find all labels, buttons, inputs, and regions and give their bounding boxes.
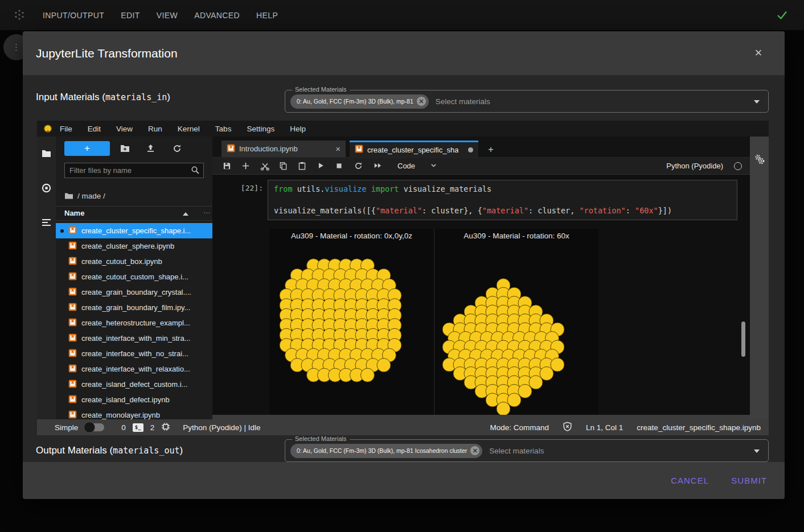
jupyter-menu-item[interactable]: Help <box>290 125 306 133</box>
appbar-menu-item[interactable]: ADVANCED <box>194 11 240 20</box>
notebook-tab[interactable]: create_cluster_specific_sha <box>350 141 478 157</box>
file-row[interactable]: create_grain_boundary_crystal.... <box>56 284 212 300</box>
jupyter-menu-item[interactable]: Settings <box>247 125 274 133</box>
appbar-menu-item[interactable]: INPUT/OUTPUT <box>43 11 104 20</box>
notebook-file-icon <box>68 226 77 236</box>
trust-shield-icon <box>563 422 572 434</box>
close-icon[interactable]: × <box>752 46 765 60</box>
cell-type-dropdown[interactable]: Code <box>397 162 437 171</box>
upload-icon[interactable] <box>146 144 155 155</box>
copy-icon[interactable] <box>279 162 288 171</box>
right-sidebar-strip <box>750 137 769 419</box>
notebook-file-icon <box>355 145 363 155</box>
appbar-menu-item[interactable]: HELP <box>256 11 278 20</box>
file-list-header[interactable]: Name ⋯ <box>56 206 212 221</box>
file-row[interactable]: create_cutout_box.ipynb <box>56 254 212 269</box>
stop-icon[interactable] <box>335 162 344 171</box>
file-name: create_heterostructure_exampl... <box>81 319 190 327</box>
new-folder-icon[interactable] <box>120 144 130 155</box>
refresh-icon[interactable] <box>173 144 182 155</box>
simple-mode-label: Simple <box>55 423 78 432</box>
input-materials-select[interactable]: Selected Materials 0: Au, Gold, FCC (Fm-… <box>285 90 769 113</box>
cut-icon[interactable] <box>260 162 269 171</box>
material-chip[interactable]: 0: Au, Gold, FCC (Fm-3m) 3D (Bulk), mp-8… <box>290 94 429 109</box>
notebook-tab[interactable]: Introduction.ipynb× <box>221 141 346 157</box>
kernels-count: 2 <box>150 423 155 432</box>
appbar-menu-item[interactable]: VIEW <box>157 11 178 20</box>
file-row[interactable]: create_interface_with_min_stra... <box>56 331 212 346</box>
paste-icon[interactable] <box>298 162 307 171</box>
table-of-contents-tab-icon[interactable] <box>42 218 51 229</box>
jupyter-menu-item[interactable]: View <box>116 125 133 133</box>
chip-remove-icon[interactable]: ✕ <box>470 446 479 455</box>
code-editor[interactable]: from utils.visualize import visualize_ma… <box>268 180 737 220</box>
output-materials-select[interactable]: Selected Materials 0: Au, Gold, FCC (Fm-… <box>285 439 769 462</box>
name-column-header[interactable]: Name <box>64 209 84 217</box>
appbar-menu-item[interactable]: EDIT <box>121 11 140 20</box>
code-token: import <box>371 184 399 193</box>
material-chip[interactable]: 0: Au, Gold, FCC (Fm-3m) 3D (Bulk), mp-8… <box>290 444 482 458</box>
field-label: Selected Materials <box>292 86 350 93</box>
file-filter-input[interactable] <box>69 163 186 178</box>
check-icon[interactable] <box>776 9 789 22</box>
dialog-header: JupyterLite Transformation × <box>23 31 785 75</box>
file-row[interactable]: create_island_defect.ipynb <box>56 392 212 407</box>
kernel-status-icon[interactable] <box>734 162 742 170</box>
simple-mode-toggle[interactable] <box>85 423 104 431</box>
cancel-button[interactable]: CANCEL <box>671 462 709 499</box>
code-token: "rotation" <box>579 206 625 215</box>
code-token: "60x" <box>635 206 658 215</box>
property-inspector-gears-icon[interactable] <box>754 154 765 167</box>
jupyterlite-panel: FileEditViewRunKernelTabsSettingsHelp + <box>37 121 769 435</box>
file-row[interactable]: create_monolayer.ipynb <box>56 407 212 419</box>
notebook-file-icon <box>68 380 77 390</box>
notebook-file-icon <box>68 395 77 405</box>
file-row[interactable]: create_cluster_sphere.ipynb <box>56 238 212 254</box>
code-token: visualize_materials <box>399 184 492 193</box>
atom-cluster-plot <box>434 229 599 415</box>
vertical-scrollbar-thumb[interactable] <box>741 321 745 357</box>
notebook-file-icon <box>68 349 77 359</box>
file-list: create_cluster_specific_shape.i...create… <box>56 223 212 419</box>
tab-bar: Introduction.ipynb×create_cluster_specif… <box>212 141 750 158</box>
toggle-knob <box>84 422 95 433</box>
tab-close-icon[interactable]: × <box>335 144 341 154</box>
insert-icon[interactable] <box>241 162 251 171</box>
jupyter-menu-item[interactable]: Run <box>148 125 162 133</box>
new-launcher-button[interactable]: + <box>64 141 110 156</box>
file-row[interactable]: create_interface_with_no_strai... <box>56 346 212 361</box>
horizontal-scrollbar[interactable] <box>212 415 750 419</box>
jupyter-menu-item[interactable]: Tabs <box>215 125 232 133</box>
restart-icon[interactable] <box>354 162 363 171</box>
save-icon[interactable] <box>223 162 232 171</box>
code-line <box>274 195 731 205</box>
file-name: create_monolayer.ipynb <box>81 411 160 419</box>
code-token: }]) <box>658 206 672 215</box>
chip-label: 0: Au, Gold, FCC (Fm-3m) 3D (Bulk), mp-8… <box>297 98 413 105</box>
file-row[interactable]: create_island_defect_custom.i... <box>56 377 212 392</box>
file-row[interactable]: create_heterostructure_exampl... <box>56 315 212 331</box>
breadcrumb[interactable]: / made / <box>64 192 105 200</box>
jupyter-menu-item[interactable]: Edit <box>88 125 101 133</box>
run-all-icon[interactable] <box>373 162 382 171</box>
file-row[interactable]: create_grain_boundary_film.ipy... <box>56 300 212 315</box>
file-browser-tab-icon[interactable] <box>42 149 51 160</box>
notebook-file-icon <box>68 333 77 344</box>
notebook-file-icon <box>68 303 77 313</box>
file-row[interactable]: create_cluster_specific_shape.i... <box>56 223 212 238</box>
add-tab-button[interactable]: + <box>483 142 498 157</box>
submit-button[interactable]: SUBMIT <box>731 462 767 499</box>
run-icon[interactable] <box>317 162 326 171</box>
notebook-file-icon <box>68 410 77 420</box>
jupyter-menubar: FileEditViewRunKernelTabsSettingsHelp <box>37 121 769 137</box>
code-token: : cluster}, { <box>422 206 482 215</box>
jupyter-menu-item[interactable]: Kernel <box>178 125 200 133</box>
file-row[interactable]: create_cutout_custom_shape.i... <box>56 269 212 284</box>
file-row[interactable]: create_interface_with_relaxatio... <box>56 361 212 377</box>
code-token: from <box>274 184 293 193</box>
jupyter-menu-item[interactable]: File <box>60 125 72 133</box>
chip-remove-icon[interactable]: ✕ <box>417 97 426 106</box>
running-sessions-tab-icon[interactable] <box>42 183 51 195</box>
code-token: : cluster, <box>528 206 579 215</box>
notebook-file-icon <box>68 318 77 328</box>
